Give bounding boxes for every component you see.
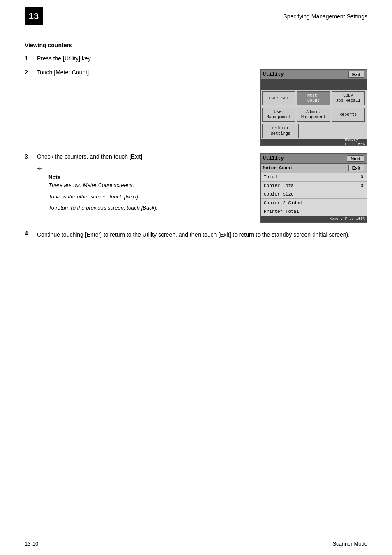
meter-subtitle-bar: Meter Count Exit	[261, 164, 367, 173]
meter-row-printer-total: Printer Total	[261, 207, 367, 216]
meter-next-button[interactable]: Next	[347, 155, 364, 162]
utility-screen-title: Utility	[263, 71, 284, 77]
meter-count-label: Meter Count	[263, 166, 293, 170]
meter-row-total: Total 0	[261, 173, 367, 182]
step-2-number: 2	[25, 69, 37, 76]
note-icon-row: ✒ ...	[37, 165, 251, 173]
meter-exit-button[interactable]: Exit	[348, 165, 364, 171]
step-2-row: Touch [Meter Count]. Utility Exit User S…	[37, 69, 367, 146]
utility-user-set-btn[interactable]: User Set	[262, 91, 295, 105]
utility-screen: Utility Exit User Set MeterCount CopyJob…	[260, 69, 367, 146]
meter-copier-total-label: Copier Total	[264, 183, 296, 188]
utility-dark-row-1	[261, 79, 367, 90]
pencil-icon: ✒	[37, 165, 42, 173]
meter-bottom-bar: Memory Free 100%	[261, 216, 367, 222]
utility-btn-row-2: UserManagement Admin.Management Reports	[261, 106, 367, 123]
page-header: 13 Specifying Management Settings	[0, 0, 392, 30]
utility-title-bar: Utility Exit	[261, 70, 367, 79]
steps-list: 1 Press the [Utility] key. 2 Touch [Mete…	[25, 55, 367, 239]
meter-copier-2sided-label: Copier 2-Sided	[264, 200, 302, 205]
section-heading: Viewing counters	[25, 42, 367, 48]
step-2: 2 Touch [Meter Count]. Utility Exit	[25, 69, 367, 146]
utility-reports-btn[interactable]: Reports	[332, 108, 365, 122]
step-4-number: 4	[25, 230, 37, 237]
chapter-number: 13	[25, 7, 43, 25]
utility-memory-label: MemoryFree 100%	[345, 138, 365, 146]
meter-screen-title: Utility	[263, 156, 284, 161]
utility-exit-button[interactable]: Exit	[348, 71, 364, 78]
meter-memory-label: Memory Free 100%	[330, 217, 365, 221]
step-2-content: Touch [Meter Count]. Utility Exit User S…	[37, 69, 367, 146]
utility-admin-management-btn[interactable]: Admin.Management	[297, 108, 330, 122]
note-block: ✒ ... Note There are two Meter Count scr…	[37, 165, 251, 212]
page-footer: 13-10 Scanner Mode	[0, 537, 392, 547]
utility-btn-row-1: User Set MeterCount CopyJob Recall	[261, 90, 367, 106]
meter-printer-total-label: Printer Total	[264, 209, 299, 214]
utility-bottom-bar: MemoryFree 100%	[261, 139, 367, 145]
step-3: 3 Check the counters, and then touch [Ex…	[25, 153, 367, 223]
note-dots: ...	[44, 166, 50, 171]
meter-copier-size-label: Copier Size	[264, 192, 294, 197]
meter-row-copier-2sided: Copier 2-Sided	[261, 199, 367, 207]
step-4-content: Continue touching [Enter] to return to t…	[37, 230, 367, 239]
step-3-number: 3	[25, 153, 37, 160]
note-line-3: To return to the previous screen, touch …	[48, 204, 251, 212]
note-line-1: There are two Meter Count screens.	[48, 181, 251, 189]
meter-total-value: 0	[355, 175, 363, 180]
step-2-text: Touch [Meter Count].	[37, 69, 90, 76]
step-3-row: Check the counters, and then touch [Exit…	[37, 153, 367, 223]
utility-user-management-btn[interactable]: UserManagement	[262, 108, 295, 122]
note-line-2: To view the other screen, touch [Next].	[48, 193, 251, 201]
footer-section-name: Scanner Mode	[332, 541, 367, 547]
step-4: 4 Continue touching [Enter] to return to…	[25, 230, 367, 239]
meter-copier-total-value: 0	[355, 183, 363, 188]
step-1-content: Press the [Utility] key.	[37, 55, 367, 62]
step-1: 1 Press the [Utility] key.	[25, 55, 367, 62]
meter-row-copier-size: Copier Size	[261, 190, 367, 199]
meter-count-screen: Utility Next Meter Count Exit Total 0	[260, 153, 367, 223]
main-content: Viewing counters 1 Press the [Utility] k…	[0, 30, 392, 263]
meter-title-bar: Utility Next	[261, 154, 367, 164]
utility-meter-count-btn[interactable]: MeterCount	[297, 91, 330, 105]
step-3-text-col: Check the counters, and then touch [Exit…	[37, 153, 251, 212]
note-label: Note	[48, 174, 251, 180]
step-3-text: Check the counters, and then touch [Exit…	[37, 153, 144, 160]
footer-page-number: 13-10	[25, 541, 38, 547]
step-2-text-col: Touch [Meter Count].	[37, 69, 251, 76]
utility-copy-job-recall-btn[interactable]: CopyJob Recall	[332, 91, 365, 105]
step-1-text: Press the [Utility] key.	[37, 55, 92, 62]
step-1-number: 1	[25, 55, 37, 62]
meter-row-copier-total: Copier Total 0	[261, 182, 367, 190]
utility-printer-settings-btn[interactable]: PrinterSettings	[262, 124, 299, 138]
step-4-text: Continue touching [Enter] to return to t…	[37, 231, 350, 238]
step-3-content: Check the counters, and then touch [Exit…	[37, 153, 367, 223]
header-title: Specifying Management Settings	[283, 13, 367, 20]
meter-total-label: Total	[264, 175, 277, 180]
utility-btn-row-3: PrinterSettings	[261, 123, 367, 139]
